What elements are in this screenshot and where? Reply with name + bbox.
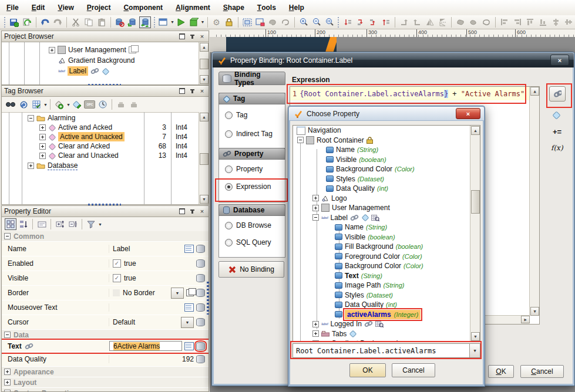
save-icon[interactable]: [8, 16, 20, 28]
tree-node-property[interactable]: Data Quality(int): [293, 300, 480, 310]
tag-row-selected[interactable]: Active and Unacked 7 Int4: [2, 132, 199, 141]
close-icon[interactable]: ×: [198, 87, 206, 95]
collapse-all-icon[interactable]: [67, 218, 79, 230]
cube-dropdown-icon[interactable]: ▼: [201, 20, 205, 24]
radio-selected-icon[interactable]: [225, 183, 233, 191]
property-row-mouseover[interactable]: Mouseover Text: [2, 300, 209, 315]
tree-node-active-alarms-selected[interactable]: activeAlarms (Integer): [293, 310, 480, 320]
tag-row[interactable]: Clear and Acked 68 Int4: [2, 141, 199, 151]
expand-icon[interactable]: [312, 195, 319, 201]
combo-dropdown-icon[interactable]: ▼: [469, 344, 480, 357]
copy-icon[interactable]: [83, 16, 95, 28]
menu-file[interactable]: File: [0, 0, 25, 15]
lasso-add-icon[interactable]: [280, 16, 292, 28]
scroll-thumb[interactable]: [200, 153, 209, 165]
expression-line[interactable]: 1 {Root Container.Label.activeAlarms} + …: [290, 87, 529, 100]
center-horizontal-icon[interactable]: [550, 16, 561, 28]
tag-folder-alarming[interactable]: Alarming: [28, 113, 75, 123]
flip-vertical-icon[interactable]: [437, 16, 449, 28]
close-icon[interactable]: ×: [550, 55, 569, 66]
expand-icon[interactable]: [4, 379, 11, 386]
sort-az-icon[interactable]: [18, 218, 29, 230]
tree-node-property[interactable]: Background Color(Color): [293, 164, 480, 174]
db-block-icon[interactable]: [114, 16, 126, 28]
send-backward-icon[interactable]: [342, 16, 354, 28]
menu-tools[interactable]: Tools: [251, 0, 283, 15]
tag-row[interactable]: Clear and Unacked 13 Int4: [2, 151, 199, 160]
tree-node-property[interactable]: Fill Background(boolean): [293, 242, 480, 252]
tree-node-property[interactable]: Name(String): [293, 222, 480, 232]
tree-item-gradient-background[interactable]: Gradient Background: [58, 56, 134, 65]
edit-text-icon[interactable]: [184, 303, 194, 312]
menu-component[interactable]: Component: [117, 0, 169, 15]
menu-help[interactable]: Help: [283, 0, 311, 15]
union-icon[interactable]: [455, 16, 466, 28]
insert-operator-icon[interactable]: +=: [553, 127, 561, 136]
menu-shape[interactable]: Shape: [217, 0, 251, 15]
float-icon[interactable]: [178, 208, 186, 215]
binding-icon-highlighted[interactable]: [196, 342, 205, 350]
play-icon[interactable]: [175, 16, 187, 28]
tree-node-root-container[interactable]: Root Container: [293, 136, 480, 146]
float-icon[interactable]: [178, 87, 186, 95]
rotate-left-icon[interactable]: [398, 16, 410, 28]
collapse-icon[interactable]: [28, 115, 34, 121]
radio-icon[interactable]: [225, 130, 233, 138]
gears-icon[interactable]: ⚙: [211, 16, 223, 28]
expand-icon[interactable]: [312, 330, 319, 337]
toolbar-grip[interactable]: [4, 17, 6, 28]
radio-indirect-tag[interactable]: Indirect Tag: [225, 130, 273, 138]
binding-icon[interactable]: [196, 303, 205, 312]
expand-icon[interactable]: [39, 124, 46, 131]
tree-node-text-property[interactable]: Text(String): [293, 271, 480, 281]
menu-alignment[interactable]: Alignment: [169, 0, 217, 15]
undo-icon[interactable]: [39, 16, 51, 28]
collapse-icon[interactable]: [4, 332, 11, 338]
section-layout[interactable]: Layout: [2, 377, 209, 388]
db-download-icon[interactable]: [127, 16, 139, 28]
tree-node-label[interactable]: Label: [293, 213, 480, 223]
collapse-icon[interactable]: [4, 390, 11, 391]
radio-property[interactable]: Property: [225, 165, 263, 173]
rotate-right-icon[interactable]: [411, 16, 423, 28]
tree-node-property[interactable]: Background Color(Color): [293, 261, 480, 271]
property-row-cursor[interactable]: Cursor Default ▼: [2, 315, 209, 330]
expand-icon[interactable]: [312, 340, 319, 342]
checkbox-checked-icon[interactable]: [113, 274, 121, 282]
toolbar-grip[interactable]: [153, 17, 156, 28]
pin-icon[interactable]: [188, 33, 196, 40]
scroll-thumb[interactable]: [200, 59, 209, 69]
expand-icon[interactable]: [28, 163, 34, 169]
expand-icon[interactable]: [49, 47, 55, 53]
dock-splitter-handle[interactable]: [207, 282, 209, 315]
categorize-icon[interactable]: [5, 218, 16, 230]
tree-node-property[interactable]: Visible(boolean): [293, 155, 480, 165]
add-tag-dropdown-icon[interactable]: ▼: [66, 103, 70, 107]
paste-icon[interactable]: [96, 16, 107, 28]
tree-node-property[interactable]: Styles(Dataset): [293, 290, 480, 300]
scroll-up-icon[interactable]: ▲: [530, 87, 539, 96]
binding-icon[interactable]: [196, 259, 205, 268]
subtract-icon[interactable]: [480, 16, 492, 28]
float-icon[interactable]: [178, 33, 186, 40]
tree-node-navigation[interactable]: Navigation: [293, 126, 480, 136]
tree-node-property[interactable]: Foreground Color(Color): [293, 252, 480, 262]
tree-node-logo[interactable]: Logo: [293, 194, 480, 204]
binding-icon[interactable]: [196, 289, 205, 297]
lock-edit-icon[interactable]: [223, 16, 235, 28]
align-right-icon[interactable]: [512, 16, 523, 28]
send-to-back-icon[interactable]: [355, 16, 366, 28]
scroll-down-icon[interactable]: ▼: [471, 332, 480, 341]
zoom-out-icon[interactable]: [311, 16, 322, 28]
opc-icon[interactable]: [84, 99, 96, 110]
pin-icon[interactable]: [188, 208, 196, 215]
radio-icon[interactable]: [225, 165, 233, 173]
scroll-thumb[interactable]: [471, 190, 480, 214]
tree-node-property[interactable]: Visible(boolean): [293, 232, 480, 242]
dropdown-icon[interactable]: ▼: [181, 317, 194, 328]
radio-db-browse[interactable]: DB Browse: [225, 221, 271, 229]
window-dropdown-icon[interactable]: ▼: [170, 20, 174, 24]
intersect-icon[interactable]: [468, 16, 479, 28]
flip-horizontal-icon[interactable]: [424, 16, 436, 28]
tree-node-user-management[interactable]: User Management: [293, 203, 480, 213]
